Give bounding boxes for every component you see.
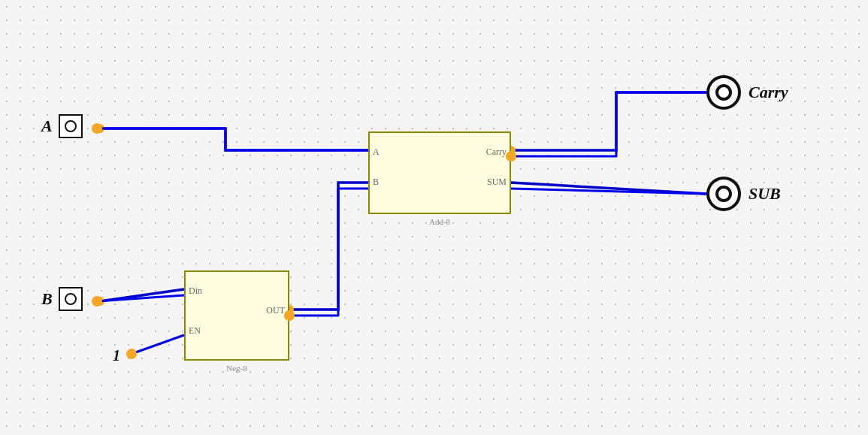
svg-point-5 — [92, 123, 102, 134]
add8-a-label: A — [373, 147, 380, 158]
port-circle-B — [65, 293, 77, 305]
output-label-carry: Carry — [749, 83, 788, 102]
add8-sum-label: SUM — [487, 177, 507, 188]
output-inner-circle-sub — [715, 186, 732, 202]
output-circle-sub[interactable] — [706, 177, 741, 211]
port-square-A[interactable] — [59, 114, 83, 138]
input-label-B: B — [41, 289, 53, 309]
output-port-sub[interactable]: SUB — [706, 177, 781, 211]
add8-title: Add-8 — [370, 217, 510, 226]
neg8-en-label: EN — [189, 325, 201, 337]
add8-b-label: B — [373, 177, 379, 188]
input-label-A: A — [41, 116, 53, 136]
svg-point-0 — [95, 124, 104, 133]
input-port-B[interactable]: B — [41, 287, 83, 311]
svg-point-7 — [126, 349, 137, 359]
constant-1: 1 — [113, 347, 120, 364]
svg-point-6 — [92, 296, 102, 307]
output-inner-circle-carry — [715, 84, 732, 101]
svg-point-1 — [95, 297, 104, 306]
port-circle-A — [65, 120, 77, 132]
port-square-B[interactable] — [59, 287, 83, 311]
svg-point-2 — [127, 349, 136, 358]
output-circle-carry[interactable] — [706, 75, 741, 110]
output-port-carry[interactable]: Carry — [706, 75, 788, 110]
input-port-A[interactable]: A — [41, 114, 83, 138]
neg8-out-label: OUT — [266, 305, 285, 316]
neg8-title: Neg-8 — [186, 364, 288, 373]
output-label-sub: SUB — [749, 184, 781, 204]
block-add8[interactable]: A B Carry SUM Add-8 — [368, 131, 511, 214]
add8-carry-label: Carry — [486, 147, 507, 158]
block-neg8[interactable]: Din EN OUT Neg-8 — [184, 270, 289, 361]
circuit-canvas: A B 1 Din EN OUT Neg-8 A B Carry SUM Add… — [0, 0, 868, 435]
neg8-din-label: Din — [189, 285, 202, 297]
